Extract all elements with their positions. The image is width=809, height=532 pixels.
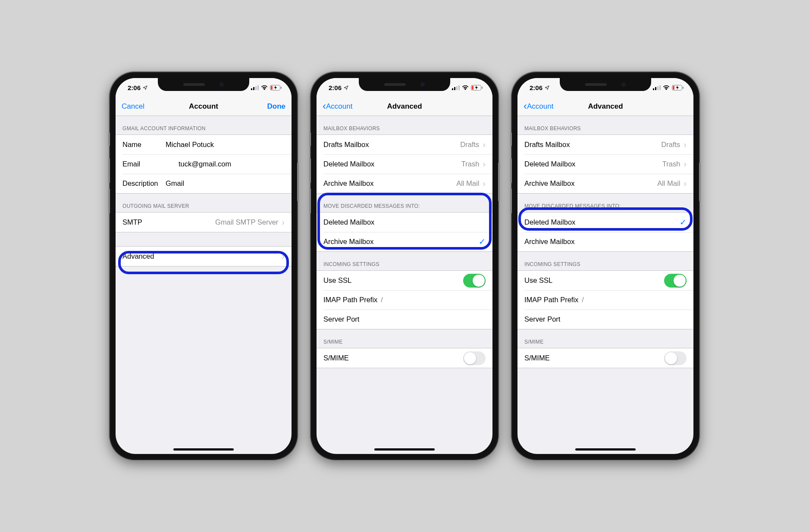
- status-time: 2:06: [530, 84, 542, 91]
- row-description[interactable]: Description Gmail: [116, 174, 292, 193]
- svg-rect-7: [452, 88, 453, 90]
- svg-rect-14: [653, 88, 654, 90]
- row-archive-mailbox[interactable]: Archive Mailbox All Mail ›: [517, 174, 693, 193]
- value-archive: All Mail: [456, 179, 483, 188]
- row-name[interactable]: Name Michael Potuck: [116, 135, 292, 154]
- section-mailbox-behaviors: Mailbox Behaviors: [517, 116, 693, 135]
- label-smime: S/MIME: [323, 354, 349, 362]
- row-discard-archive[interactable]: Archive Mailbox: [517, 232, 693, 251]
- home-indicator[interactable]: [575, 448, 636, 451]
- row-discard-archive[interactable]: Archive Mailbox ✓: [317, 232, 492, 251]
- value-description: Gmail: [166, 179, 184, 188]
- battery-icon: [672, 85, 684, 91]
- row-smtp[interactable]: SMTP Gmail SMTP Server ›: [116, 213, 292, 232]
- home-indicator[interactable]: [173, 448, 234, 451]
- value-name: Michael Potuck: [166, 141, 214, 149]
- svg-rect-5: [281, 87, 282, 89]
- section-incoming: Incoming Settings: [517, 252, 693, 270]
- wifi-icon: [462, 85, 469, 90]
- row-email[interactable]: Email tuck@gmail.com: [116, 154, 292, 174]
- cellular-icon: [251, 85, 259, 90]
- label-use-ssl: Use SSL: [323, 276, 351, 285]
- label-server-port: Server Port: [524, 315, 560, 323]
- content-area: Gmail Account Information Name Michael P…: [116, 116, 292, 454]
- toggle-smime[interactable]: [664, 351, 687, 365]
- notch: [560, 78, 651, 91]
- screen-advanced-archive: 2:06 ‹Account Advanced Mailbox Behaviors…: [317, 78, 492, 454]
- toggle-smime[interactable]: [463, 351, 486, 365]
- phone-frame-3: 2:06 ‹Account Advanced Mailbox Behaviors…: [511, 72, 699, 460]
- label-deleted: Deleted Mailbox: [524, 160, 575, 168]
- row-smime[interactable]: S/MIME: [317, 348, 492, 368]
- svg-rect-6: [271, 86, 273, 90]
- back-button[interactable]: ‹Account: [323, 102, 361, 111]
- label-imap-prefix: IMAP Path Prefix: [524, 296, 578, 304]
- section-mailbox-behaviors: Mailbox Behaviors: [317, 116, 492, 135]
- location-icon: [143, 85, 147, 90]
- value-drafts: Drafts: [661, 141, 684, 149]
- row-drafts-mailbox[interactable]: Drafts Mailbox Drafts ›: [517, 135, 693, 154]
- value-archive: All Mail: [657, 179, 684, 188]
- section-smime: S/MIME: [517, 329, 693, 348]
- row-deleted-mailbox[interactable]: Deleted Mailbox Trash ›: [517, 154, 693, 174]
- svg-rect-17: [659, 85, 661, 90]
- row-advanced[interactable]: Advanced ›: [116, 247, 292, 266]
- battery-icon: [270, 85, 282, 91]
- label-drafts: Drafts Mailbox: [323, 141, 369, 149]
- label-smtp: SMTP: [122, 218, 142, 226]
- navbar: Cancel Account Done: [116, 97, 292, 116]
- notch: [359, 78, 450, 91]
- svg-rect-15: [655, 87, 656, 90]
- cancel-button[interactable]: Cancel: [122, 102, 160, 111]
- label-advanced: Advanced: [122, 252, 154, 260]
- toggle-use-ssl[interactable]: [664, 274, 687, 288]
- wifi-icon: [663, 85, 670, 90]
- status-time: 2:06: [329, 84, 342, 91]
- content-area: Mailbox Behaviors Drafts Mailbox Drafts …: [317, 116, 492, 454]
- row-server-port[interactable]: Server Port: [317, 310, 492, 329]
- row-imap-prefix[interactable]: IMAP Path Prefix /: [317, 290, 492, 310]
- svg-rect-13: [472, 86, 473, 90]
- section-incoming: Incoming Settings: [317, 252, 492, 270]
- chevron-right-icon: ›: [684, 140, 687, 150]
- row-drafts-mailbox[interactable]: Drafts Mailbox Drafts ›: [317, 135, 492, 154]
- chevron-right-icon: ›: [483, 159, 486, 169]
- value-imap-prefix: /: [381, 296, 383, 304]
- svg-rect-20: [673, 86, 674, 90]
- row-archive-mailbox[interactable]: Archive Mailbox All Mail ›: [317, 174, 492, 193]
- content-area: Mailbox Behaviors Drafts Mailbox Drafts …: [517, 116, 693, 454]
- row-server-port[interactable]: Server Port: [517, 310, 693, 329]
- svg-rect-19: [683, 87, 684, 89]
- row-deleted-mailbox[interactable]: Deleted Mailbox Trash ›: [317, 154, 492, 174]
- wifi-icon: [261, 85, 268, 90]
- row-use-ssl[interactable]: Use SSL: [517, 271, 693, 290]
- row-smime[interactable]: S/MIME: [517, 348, 693, 368]
- row-imap-prefix[interactable]: IMAP Path Prefix /: [517, 290, 693, 310]
- label-smime: S/MIME: [524, 354, 550, 362]
- chevron-right-icon: ›: [282, 217, 285, 227]
- row-discard-deleted[interactable]: Deleted Mailbox: [317, 213, 492, 232]
- done-button[interactable]: Done: [247, 102, 285, 111]
- option-deleted-mailbox: Deleted Mailbox: [524, 218, 575, 226]
- row-discard-deleted[interactable]: Deleted Mailbox ✓: [517, 213, 693, 232]
- value-deleted: Trash: [461, 160, 483, 168]
- cellular-icon: [653, 85, 661, 90]
- phone-frame-2: 2:06 ‹Account Advanced Mailbox Behaviors…: [310, 72, 499, 460]
- row-use-ssl[interactable]: Use SSL: [317, 271, 492, 290]
- label-email: Email: [122, 160, 166, 168]
- section-discarded: Move Discarded Messages Into:: [317, 194, 492, 212]
- option-deleted-mailbox: Deleted Mailbox: [323, 218, 374, 226]
- label-server-port: Server Port: [323, 315, 359, 323]
- label-name: Name: [122, 141, 166, 149]
- toggle-use-ssl[interactable]: [463, 274, 486, 288]
- cellular-icon: [452, 85, 460, 90]
- chevron-right-icon: ›: [282, 251, 285, 261]
- home-indicator[interactable]: [374, 448, 435, 451]
- navbar: ‹Account Advanced: [317, 97, 492, 116]
- label-archive: Archive Mailbox: [524, 179, 574, 188]
- section-smime: S/MIME: [317, 329, 492, 348]
- back-button[interactable]: ‹Account: [524, 102, 562, 111]
- label-imap-prefix: IMAP Path Prefix: [323, 296, 377, 304]
- svg-rect-3: [257, 85, 259, 90]
- screen-account: 2:06 Cancel Account Done Gmail Account I…: [116, 78, 292, 454]
